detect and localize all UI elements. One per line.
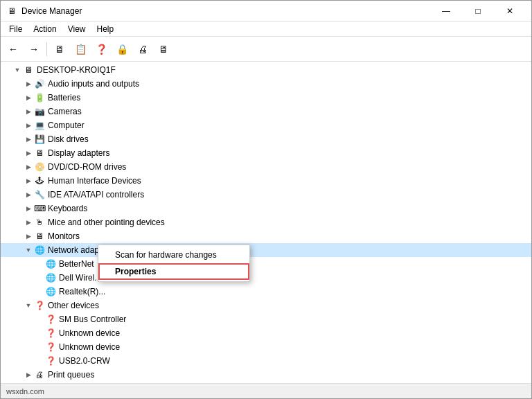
hid-toggle[interactable]: ▶ [23,175,34,186]
tree-item-disk[interactable]: ▶ 💾 Disk drives [1,132,531,146]
dell-icon: 🌐 [45,272,56,283]
disk-toggle[interactable]: ▶ [23,134,34,145]
smbus-label: SM Bus Controller [59,314,126,324]
display-label: Display adapters [48,148,109,158]
other-icon: ❓ [34,300,45,311]
keyboards-toggle[interactable]: ▶ [23,203,34,214]
tree-item-processors[interactable]: ▶ ⚙ Processors [1,382,531,383]
toolbar-monitor[interactable]: 🖥 [154,39,173,59]
audio-icon: 🔊 [34,78,45,89]
realtek-label: Realtek(R)... [59,287,105,296]
tree-item-unknown2[interactable]: ▶ ❓ Unknown device [1,340,531,354]
close-button[interactable]: ✕ [494,1,526,21]
tree-item-keyboards[interactable]: ▶ ⌨ Keyboards [1,202,531,215]
menu-action[interactable]: Action [28,23,62,35]
toolbar-back[interactable]: ← [3,39,23,59]
root-toggle[interactable]: ▼ [12,64,23,76]
toolbar-lock[interactable]: 🔒 [112,39,132,59]
ide-toggle[interactable]: ▶ [23,189,34,200]
window-title: Device Manager [21,6,430,16]
batteries-icon: 🔋 [34,92,45,103]
print-icon: 🖨 [34,369,45,380]
print-toggle[interactable]: ▶ [23,369,34,380]
root-label: DESKTOP-KROIQ1F [37,65,116,75]
menu-help[interactable]: Help [91,23,120,35]
ctx-properties[interactable]: Properties [98,263,249,280]
monitors-icon: 🖥 [34,231,45,242]
tree-item-dvd[interactable]: ▶ 📀 DVD/CD-ROM drives [1,160,531,174]
status-bar: wsxdn.com [1,383,531,398]
computer-label: Computer [48,121,85,130]
tree-item-smbus[interactable]: ▶ ❓ SM Bus Controller [1,312,531,326]
monitors-toggle[interactable]: ▶ [23,231,34,242]
status-text: wsxdn.com [6,387,44,396]
tree-item-display[interactable]: ▶ 🖥 Display adapters [1,146,531,160]
menu-file[interactable]: File [3,23,28,35]
disk-icon: 💾 [34,134,45,145]
display-icon: 🖥 [34,148,45,159]
disk-label: Disk drives [48,134,89,144]
other-label: Other devices [48,301,99,310]
other-toggle[interactable]: ▼ [23,300,34,311]
network-icon: 🌐 [34,245,45,256]
smbus-icon: ❓ [45,314,56,325]
tree-item-print[interactable]: ▶ 🖨 Print queues [1,368,531,382]
dvd-toggle[interactable]: ▶ [23,161,34,172]
tree-item-dell[interactable]: ▶ 🌐 Dell Wirel... [1,271,531,285]
hid-label: Human Interface Devices [48,176,141,186]
usb-icon: ❓ [45,355,56,366]
tree-root[interactable]: ▼ 🖥 DESKTOP-KROIQ1F [1,63,531,77]
window-icon: 🖥 [6,6,17,17]
unknown2-icon: ❓ [45,342,56,353]
unknown2-label: Unknown device [59,342,120,352]
maximize-button[interactable]: □ [462,1,494,21]
tree-item-unknown1[interactable]: ▶ ❓ Unknown device [1,326,531,340]
toolbar-help[interactable]: ❓ [91,39,111,59]
dvd-icon: 📀 [34,161,45,172]
tree-item-betternet[interactable]: ▶ 🌐 BetterNet [1,257,531,271]
toolbar-list[interactable]: 📋 [71,39,90,59]
tree-item-audio[interactable]: ▶ 🔊 Audio inputs and outputs [1,77,531,91]
dvd-label: DVD/CD-ROM drives [48,162,126,172]
batteries-label: Batteries [48,93,80,103]
audio-label: Audio inputs and outputs [48,79,139,89]
keyboards-label: Keyboards [48,204,87,213]
root-icon: 🖥 [23,64,34,76]
tree-item-other[interactable]: ▼ ❓ Other devices [1,299,531,312]
audio-toggle[interactable]: ▶ [23,78,34,89]
hid-icon: 🕹 [34,175,45,186]
tree-item-cameras[interactable]: ▶ 📷 Cameras [1,105,531,118]
cameras-label: Cameras [48,107,82,116]
usb-label: USB2.0-CRW [59,356,110,366]
tree-item-network[interactable]: ▼ 🌐 Network adapters [1,243,531,257]
menu-bar: File Action View Help [1,21,531,37]
tree-item-hid[interactable]: ▶ 🕹 Human Interface Devices [1,174,531,188]
unknown1-icon: ❓ [45,328,56,339]
unknown1-label: Unknown device [59,328,120,338]
mice-toggle[interactable]: ▶ [23,217,34,228]
tree-item-realtek[interactable]: ▶ 🌐 Realtek(R)... [1,285,531,299]
batteries-toggle[interactable]: ▶ [23,92,34,103]
tree-item-usb[interactable]: ▶ ❓ USB2.0-CRW [1,354,531,368]
ctx-scan[interactable]: Scan for hardware changes [98,247,249,263]
toolbar-computer[interactable]: 🖥 [50,39,69,59]
tree-item-mice[interactable]: ▶ 🖱 Mice and other pointing devices [1,215,531,229]
cameras-toggle[interactable]: ▶ [23,106,34,117]
realtek-icon: 🌐 [45,286,56,297]
main-area: ▼ 🖥 DESKTOP-KROIQ1F ▶ 🔊 Audio inputs and… [1,62,531,383]
mice-icon: 🖱 [34,217,45,228]
toolbar-forward[interactable]: → [24,39,44,59]
minimize-button[interactable]: — [430,1,462,21]
network-toggle[interactable]: ▼ [23,245,34,256]
display-toggle[interactable]: ▶ [23,148,34,159]
toolbar-print[interactable]: 🖨 [133,39,152,59]
title-bar-controls: — □ ✕ [430,1,526,21]
device-tree[interactable]: ▼ 🖥 DESKTOP-KROIQ1F ▶ 🔊 Audio inputs and… [1,62,531,383]
tree-item-computer[interactable]: ▶ 💻 Computer [1,118,531,132]
tree-item-batteries[interactable]: ▶ 🔋 Batteries [1,91,531,105]
tree-item-ide[interactable]: ▶ 🔧 IDE ATA/ATAPI controllers [1,188,531,202]
computer-toggle[interactable]: ▶ [23,120,34,131]
menu-view[interactable]: View [62,23,91,35]
tree-item-monitors[interactable]: ▶ 🖥 Monitors [1,229,531,243]
context-menu: Scan for hardware changes Properties [98,245,250,282]
